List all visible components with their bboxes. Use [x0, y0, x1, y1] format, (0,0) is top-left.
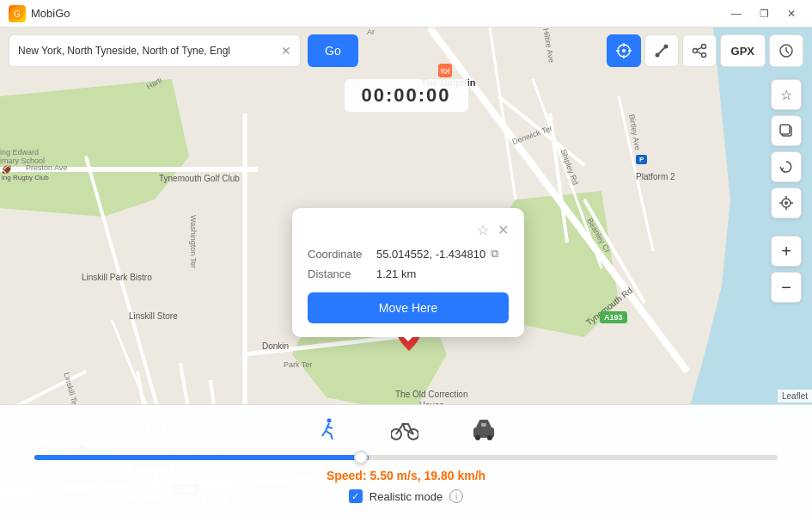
car-mode-button[interactable] — [444, 417, 523, 446]
speed-slider[interactable] — [34, 455, 778, 460]
app-title: MobiGo — [31, 7, 70, 20]
window-controls: — ❐ ✕ — [724, 2, 803, 26]
speed-slider-thumb[interactable] — [354, 451, 368, 464]
distance-label: Distance — [308, 267, 376, 280]
speed-slider-fill — [34, 455, 369, 460]
coordinate-label: Coordinate — [308, 248, 376, 261]
svg-point-48 — [785, 201, 788, 205]
app-icon: G — [9, 5, 26, 22]
map-star-button[interactable]: ☆ — [771, 79, 802, 110]
restore-button[interactable]: ❐ — [752, 2, 776, 26]
map-copy-button[interactable] — [771, 115, 802, 146]
info-icon[interactable]: i — [449, 489, 463, 503]
speed-value: 5.50 m/s, 19.80 km/h — [369, 469, 485, 482]
copy-coordinate-icon[interactable]: ⧉ — [491, 247, 498, 261]
coordinate-row: Coordinate 55.014552, -1.434810 ⧉ — [308, 247, 509, 261]
map-reset-button[interactable] — [771, 151, 802, 182]
svg-point-37 — [655, 53, 659, 58]
distance-row: Distance 1.21 km — [308, 267, 509, 280]
crosshair-button[interactable] — [607, 34, 641, 67]
rugby-icon: 🏈 ing Rugby Club — [2, 165, 49, 182]
svg-line-43 — [697, 52, 702, 54]
minimize-button[interactable]: — — [724, 2, 748, 26]
route-button[interactable] — [644, 34, 679, 67]
map-controls: ☆ + − — [771, 79, 802, 303]
close-button[interactable]: ✕ — [779, 2, 803, 26]
search-box[interactable]: New York, North Tyneside, North of Tyne,… — [9, 34, 301, 67]
coordinate-value: 55.014552, -1.434810 — [376, 248, 485, 261]
popup-close-icon[interactable]: ✕ — [498, 222, 509, 238]
map-locate-button[interactable] — [771, 187, 802, 218]
leaflet-attribution: Leaflet — [778, 390, 812, 402]
move-here-button[interactable]: Move Here — [308, 292, 509, 323]
realistic-mode-checkbox[interactable]: ✓ — [349, 489, 363, 503]
svg-point-31 — [622, 49, 626, 52]
history-button[interactable] — [769, 34, 803, 67]
title-bar: G MobiGo — ❐ ✕ — [0, 0, 812, 28]
map-zoom-out-button[interactable]: − — [771, 272, 802, 303]
svg-point-38 — [663, 45, 668, 49]
svg-rect-46 — [780, 125, 790, 134]
svg-point-41 — [701, 53, 705, 58]
svg-point-53 — [327, 419, 331, 423]
speed-text: Speed: 5.50 m/s, 19.80 km/h — [17, 469, 795, 482]
svg-point-56 — [401, 423, 404, 426]
coordinate-popup: ☆ ✕ Coordinate 55.014552, -1.434810 ⧉ Di… — [292, 208, 524, 337]
a193-badge: A193 — [600, 311, 627, 323]
share-button[interactable] — [682, 34, 717, 67]
svg-point-40 — [693, 49, 697, 53]
timer-display: 00:00:00 — [344, 79, 467, 112]
svg-line-42 — [697, 47, 702, 50]
realistic-mode-label: Realistic mode — [369, 490, 443, 503]
transport-row — [17, 417, 795, 446]
svg-rect-60 — [481, 423, 486, 427]
speed-panel: Speed: 5.50 m/s, 19.80 km/h ✓ Realistic … — [0, 404, 812, 516]
favorite-icon[interactable]: ☆ — [477, 222, 489, 238]
gpx-button[interactable]: GPX — [720, 34, 766, 67]
svg-point-39 — [701, 45, 705, 49]
walk-mode-button[interactable] — [290, 417, 365, 446]
bike-mode-button[interactable] — [365, 417, 444, 446]
popup-header: ☆ ✕ — [308, 222, 509, 238]
platform2-icon: P — [636, 155, 647, 164]
right-tools: GPX — [607, 34, 803, 67]
go-button[interactable]: Go — [308, 34, 358, 67]
search-value: New York, North Tyneside, North of Tyne,… — [18, 45, 230, 57]
svg-point-58 — [475, 435, 480, 440]
clear-button[interactable]: ✕ — [281, 44, 291, 58]
realistic-mode-row: ✓ Realistic mode i — [17, 489, 795, 503]
map-zoom-in-button[interactable]: + — [771, 236, 802, 267]
svg-text:G: G — [14, 9, 21, 19]
distance-value: 1.21 km — [376, 267, 416, 280]
main-area: The Dolphin The Old Correction House Pla… — [0, 28, 812, 516]
svg-text:🍽: 🍽 — [441, 66, 449, 76]
svg-point-59 — [487, 435, 492, 440]
toolbar: New York, North Tyneside, North of Tyne,… — [9, 34, 803, 67]
